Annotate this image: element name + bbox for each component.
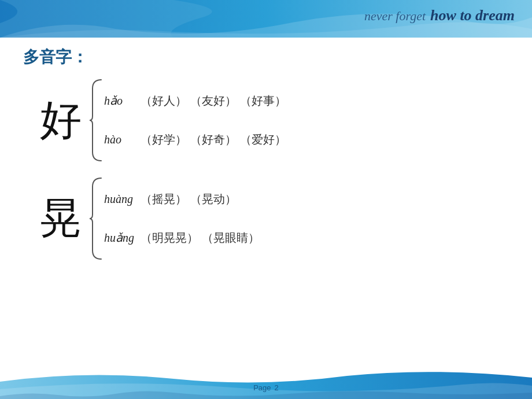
example-huang-1-2: （晃动） — [190, 191, 237, 207]
example-huang-1-1: （摇晃） — [141, 191, 187, 207]
entries-huang: huàng （摇晃） （晃动） huǎng （明晃晃） （晃眼睛） — [104, 175, 260, 262]
char-block-hao: 好 hǎo （好人） （友好） （好事） hào （好学） — [35, 77, 509, 164]
example-huang-2-2: （晃眼睛） — [202, 230, 260, 246]
entries-hao: hǎo （好人） （友好） （好事） hào （好学） （好奇） （爱好） — [104, 77, 286, 164]
brace-huang — [87, 175, 104, 262]
page-number-container: Page 2 — [253, 383, 279, 392]
pinyin-huang-2: huǎng — [104, 231, 136, 245]
big-char-huang: 晃 — [35, 198, 87, 239]
entry-huang-1: huàng （摇晃） （晃动） — [104, 191, 260, 207]
examples-hao-2: （好学） （好奇） （爱好） — [141, 132, 286, 147]
header-banner: never forget how to dream — [0, 0, 532, 38]
entry-huang-2: huǎng （明晃晃） （晃眼睛） — [104, 230, 260, 246]
pinyin-hao-1: hǎo — [104, 94, 136, 108]
main-content: 多音字： 好 hǎo （好人） （友好） （好事） hào — [0, 38, 532, 367]
page-label: Page — [253, 383, 271, 392]
section-title: 多音字： — [23, 46, 509, 68]
pinyin-huang-1: huàng — [104, 193, 136, 206]
entry-hao-2: hào （好学） （好奇） （爱好） — [104, 132, 286, 147]
example-hao-1-2: （友好） — [190, 93, 237, 109]
example-hao-2-3: （爱好） — [240, 132, 286, 147]
pinyin-hao-2: hào — [104, 133, 136, 146]
big-char-hao: 好 — [35, 99, 87, 141]
page-num: 2 — [275, 383, 279, 392]
char-block-huang: 晃 huàng （摇晃） （晃动） huǎng （明晃晃） （晃眼睛） — [35, 175, 509, 262]
example-huang-2-1: （明晃晃） — [141, 230, 198, 246]
tagline-container: never forget how to dream — [364, 7, 515, 24]
examples-hao-1: （好人） （友好） （好事） — [141, 93, 286, 109]
example-hao-2-2: （好奇） — [190, 132, 237, 147]
tagline-never: never forget — [364, 9, 426, 24]
examples-huang-2: （明晃晃） （晃眼睛） — [141, 230, 260, 246]
examples-huang-1: （摇晃） （晃动） — [141, 191, 237, 207]
characters-container: 好 hǎo （好人） （友好） （好事） hào （好学） — [23, 77, 509, 262]
brace-hao — [87, 77, 104, 164]
example-hao-1-1: （好人） — [141, 93, 187, 109]
entry-hao-1: hǎo （好人） （友好） （好事） — [104, 93, 286, 109]
example-hao-1-3: （好事） — [240, 93, 286, 109]
example-hao-2-1: （好学） — [141, 132, 187, 147]
tagline-dream: how to dream — [430, 7, 515, 24]
